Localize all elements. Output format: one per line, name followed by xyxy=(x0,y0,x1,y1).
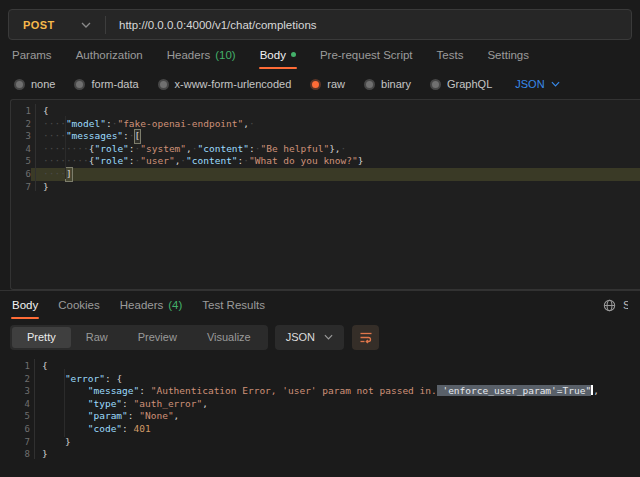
code-line[interactable]: 5 "param": "None", xyxy=(10,410,640,423)
tab-label: Cookies xyxy=(58,299,100,311)
radio-graphql[interactable]: GraphQL xyxy=(430,78,492,90)
radio-label: GraphQL xyxy=(447,78,492,90)
radio-label: binary xyxy=(381,78,411,90)
line-number: 3 xyxy=(10,385,30,398)
word-wrap-button[interactable] xyxy=(352,325,379,350)
radio-form-data[interactable]: form-data xyxy=(74,78,138,90)
tab-body[interactable]: Body xyxy=(260,40,296,69)
tab-test-results[interactable]: Test Results xyxy=(202,291,265,319)
radio-icon xyxy=(158,79,169,90)
tab-label: Headers xyxy=(120,299,163,311)
line-number: 1 xyxy=(10,360,30,373)
format-label: JSON xyxy=(286,331,315,343)
radio-label: form-data xyxy=(91,78,138,90)
request-body-editor[interactable]: 1{2····"model":·"fake-openai-endpoint",·… xyxy=(10,99,640,290)
line-number: 3 xyxy=(11,130,31,143)
chevron-down-icon xyxy=(324,334,333,340)
chevron-down-icon xyxy=(551,81,560,87)
view-visualize[interactable]: Visualize xyxy=(192,327,266,348)
code-line[interactable]: 7 } xyxy=(10,436,640,449)
code-lines: 1{2 "error": {3 "message": "Authenticati… xyxy=(10,355,640,461)
headers-count: (10) xyxy=(215,49,235,61)
code-line[interactable]: 3····"messages":·[ xyxy=(11,130,640,143)
response-toolbar: Pretty Raw Preview Visualize JSON xyxy=(0,319,640,355)
code-line[interactable]: 8} xyxy=(10,448,640,461)
code-lines: 1{2····"model":·"fake-openai-endpoint",·… xyxy=(11,100,640,193)
tab-authorization[interactable]: Authorization xyxy=(76,40,143,69)
code-line[interactable]: 4········{"role":·"system",·"content":·"… xyxy=(11,143,640,156)
radio-raw[interactable]: raw xyxy=(310,78,345,90)
line-number: 6 xyxy=(10,423,30,436)
line-number: 2 xyxy=(10,373,30,386)
response-tabs: Body Cookies Headers(4) Test Results S xyxy=(0,291,640,319)
radio-icon xyxy=(364,79,375,90)
tab-label: Headers xyxy=(167,49,210,61)
tab-label: Body xyxy=(12,299,38,311)
format-label: JSON xyxy=(515,78,544,90)
line-number: 2 xyxy=(11,118,31,131)
chevron-down-icon xyxy=(81,22,91,28)
line-number: 6 xyxy=(11,168,31,181)
code-line[interactable]: 7} xyxy=(11,181,640,194)
word-wrap-icon xyxy=(359,330,373,344)
view-raw[interactable]: Raw xyxy=(71,327,123,348)
line-number: 7 xyxy=(10,436,30,449)
radio-x-www-form-urlencoded[interactable]: x-www-form-urlencoded xyxy=(158,78,292,90)
postman-window: POST http://0.0.0.0:4000/v1/chat/complet… xyxy=(0,0,640,477)
radio-none[interactable]: none xyxy=(14,78,55,90)
status-text-clipped: S xyxy=(623,299,628,311)
request-tabs: Params Authorization Headers(10) Body Pr… xyxy=(0,40,640,69)
response-format-dropdown[interactable]: JSON xyxy=(275,325,344,350)
radio-icon xyxy=(430,79,441,90)
view-preview[interactable]: Preview xyxy=(123,327,192,348)
radio-label: x-www-form-urlencoded xyxy=(175,78,292,90)
code-line[interactable]: 6····] xyxy=(11,168,640,181)
headers-count: (4) xyxy=(168,299,182,311)
response-meta: S xyxy=(603,291,628,319)
tab-params[interactable]: Params xyxy=(12,40,52,69)
code-line[interactable]: 6 "code": 401 xyxy=(10,423,640,436)
line-number: 5 xyxy=(10,410,30,423)
radio-selected-icon xyxy=(310,79,321,90)
line-number: 1 xyxy=(11,105,31,118)
tab-headers[interactable]: Headers(10) xyxy=(167,40,236,69)
tab-label: Test Results xyxy=(202,299,265,311)
tab-cookies[interactable]: Cookies xyxy=(58,291,100,319)
line-number: 8 xyxy=(10,448,30,461)
request-url-row: POST http://0.0.0.0:4000/v1/chat/complet… xyxy=(0,0,640,40)
radio-icon xyxy=(14,79,25,90)
code-line[interactable]: 2 "error": { xyxy=(10,373,640,386)
code-line[interactable]: 5········{"role":·"user",·"content":·"Wh… xyxy=(11,155,640,168)
line-number: 4 xyxy=(11,143,31,156)
response-view-switcher: Pretty Raw Preview Visualize xyxy=(10,325,268,350)
modified-dot-icon xyxy=(291,52,296,57)
radio-icon xyxy=(74,79,85,90)
globe-icon[interactable] xyxy=(603,299,616,312)
line-number: 7 xyxy=(11,181,31,194)
response-body-editor[interactable]: 1{2 "error": {3 "message": "Authenticati… xyxy=(10,355,640,461)
code-line[interactable]: 1{ xyxy=(11,105,640,118)
method-label: POST xyxy=(23,19,55,31)
url-input[interactable]: http://0.0.0.0:4000/v1/chat/completions xyxy=(106,19,317,31)
tab-settings[interactable]: Settings xyxy=(487,40,529,69)
code-line[interactable]: 2····"model":·"fake-openai-endpoint",· xyxy=(11,118,640,131)
body-format-dropdown[interactable]: JSON xyxy=(515,78,559,90)
tab-response-body[interactable]: Body xyxy=(12,291,38,319)
view-pretty[interactable]: Pretty xyxy=(12,327,71,348)
code-line[interactable]: 1{ xyxy=(10,360,640,373)
tab-pre-request-script[interactable]: Pre-request Script xyxy=(320,40,413,69)
code-line[interactable]: 3 "message": "Authentication Error, 'use… xyxy=(10,385,640,398)
radio-binary[interactable]: binary xyxy=(364,78,411,90)
line-number: 5 xyxy=(11,155,31,168)
tab-response-headers[interactable]: Headers(4) xyxy=(120,291,183,319)
tab-label: Authorization xyxy=(76,49,143,61)
tab-label: Body xyxy=(260,49,286,61)
tab-tests[interactable]: Tests xyxy=(437,40,464,69)
method-dropdown[interactable]: POST xyxy=(9,19,105,31)
code-line[interactable]: 4 "type": "auth_error", xyxy=(10,398,640,411)
line-number: 4 xyxy=(10,398,30,411)
tab-label: Settings xyxy=(487,49,529,61)
radio-label: none xyxy=(31,78,55,90)
url-bar: POST http://0.0.0.0:4000/v1/chat/complet… xyxy=(8,9,632,40)
tab-label: Tests xyxy=(437,49,464,61)
